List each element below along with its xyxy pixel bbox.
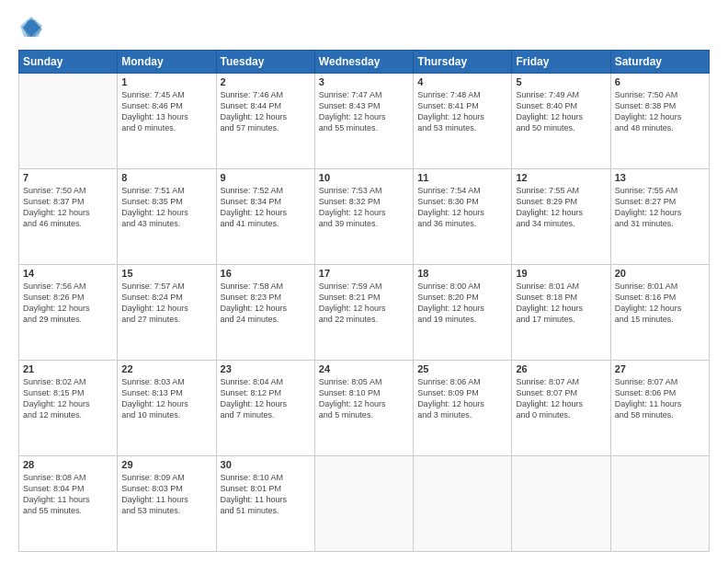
cell-info: Sunrise: 8:06 AM Sunset: 8:09 PM Dayligh… — [417, 376, 507, 421]
calendar-cell: 29Sunrise: 8:09 AM Sunset: 8:03 PM Dayli… — [118, 456, 216, 552]
day-number: 11 — [417, 172, 507, 183]
cell-info: Sunrise: 8:07 AM Sunset: 8:07 PM Dayligh… — [516, 376, 606, 421]
weekday-header-sunday: Sunday — [19, 51, 118, 74]
day-number: 13 — [615, 172, 705, 183]
logo-icon — [18, 15, 44, 40]
calendar-cell: 24Sunrise: 8:05 AM Sunset: 8:10 PM Dayli… — [314, 361, 413, 456]
calendar-cell: 22Sunrise: 8:03 AM Sunset: 8:13 PM Dayli… — [118, 361, 216, 456]
cell-info: Sunrise: 8:04 AM Sunset: 8:12 PM Dayligh… — [221, 376, 311, 421]
cell-info: Sunrise: 8:05 AM Sunset: 8:10 PM Dayligh… — [319, 376, 409, 421]
day-number: 16 — [221, 268, 311, 279]
day-number: 9 — [221, 172, 311, 183]
calendar-cell: 13Sunrise: 7:55 AM Sunset: 8:27 PM Dayli… — [610, 169, 709, 265]
calendar-week-3: 21Sunrise: 8:02 AM Sunset: 8:15 PM Dayli… — [19, 361, 710, 456]
day-number: 15 — [121, 268, 211, 279]
calendar-week-0: 1Sunrise: 7:45 AM Sunset: 8:46 PM Daylig… — [19, 74, 710, 169]
cell-info: Sunrise: 8:01 AM Sunset: 8:18 PM Dayligh… — [516, 281, 606, 326]
cell-info: Sunrise: 8:10 AM Sunset: 8:01 PM Dayligh… — [221, 472, 311, 517]
calendar-cell: 11Sunrise: 7:54 AM Sunset: 8:30 PM Dayli… — [414, 169, 512, 265]
weekday-header-thursday: Thursday — [414, 51, 512, 74]
cell-info: Sunrise: 7:50 AM Sunset: 8:38 PM Dayligh… — [615, 89, 705, 134]
cell-info: Sunrise: 7:52 AM Sunset: 8:34 PM Dayligh… — [221, 185, 311, 230]
calendar-cell: 18Sunrise: 8:00 AM Sunset: 8:20 PM Dayli… — [414, 265, 512, 361]
day-number: 6 — [615, 76, 705, 87]
cell-info: Sunrise: 7:45 AM Sunset: 8:46 PM Dayligh… — [121, 89, 211, 134]
day-number: 26 — [516, 363, 606, 374]
calendar-cell: 16Sunrise: 7:58 AM Sunset: 8:23 PM Dayli… — [216, 265, 314, 361]
cell-info: Sunrise: 7:51 AM Sunset: 8:35 PM Dayligh… — [121, 185, 211, 230]
weekday-header-row: SundayMondayTuesdayWednesdayThursdayFrid… — [19, 51, 710, 74]
cell-info: Sunrise: 7:49 AM Sunset: 8:40 PM Dayligh… — [516, 89, 606, 134]
day-number: 3 — [319, 76, 409, 87]
calendar-cell: 17Sunrise: 7:59 AM Sunset: 8:21 PM Dayli… — [314, 265, 413, 361]
day-number: 1 — [121, 76, 211, 87]
weekday-header-wednesday: Wednesday — [314, 51, 413, 74]
calendar-cell: 10Sunrise: 7:53 AM Sunset: 8:32 PM Dayli… — [314, 169, 413, 265]
day-number: 25 — [417, 363, 507, 374]
calendar-week-2: 14Sunrise: 7:56 AM Sunset: 8:26 PM Dayli… — [19, 265, 710, 361]
header — [18, 15, 710, 40]
day-number: 24 — [319, 363, 409, 374]
day-number: 23 — [221, 363, 311, 374]
cell-info: Sunrise: 8:09 AM Sunset: 8:03 PM Dayligh… — [121, 472, 211, 517]
cell-info: Sunrise: 7:46 AM Sunset: 8:44 PM Dayligh… — [221, 89, 311, 134]
day-number: 2 — [221, 76, 311, 87]
cell-info: Sunrise: 8:03 AM Sunset: 8:13 PM Dayligh… — [121, 376, 211, 421]
calendar-cell: 19Sunrise: 8:01 AM Sunset: 8:18 PM Dayli… — [512, 265, 610, 361]
svg-marker-2 — [24, 20, 42, 37]
day-number: 21 — [23, 363, 113, 374]
day-number: 30 — [221, 459, 311, 470]
cell-info: Sunrise: 7:55 AM Sunset: 8:27 PM Dayligh… — [615, 185, 705, 230]
weekday-header-tuesday: Tuesday — [216, 51, 314, 74]
day-number: 14 — [23, 268, 113, 279]
calendar-cell — [512, 456, 610, 552]
day-number: 18 — [417, 268, 507, 279]
calendar-cell: 12Sunrise: 7:55 AM Sunset: 8:29 PM Dayli… — [512, 169, 610, 265]
calendar-cell: 6Sunrise: 7:50 AM Sunset: 8:38 PM Daylig… — [610, 74, 709, 169]
calendar-cell: 14Sunrise: 7:56 AM Sunset: 8:26 PM Dayli… — [19, 265, 118, 361]
day-number: 8 — [121, 172, 211, 183]
cell-info: Sunrise: 7:54 AM Sunset: 8:30 PM Dayligh… — [417, 185, 507, 230]
cell-info: Sunrise: 7:55 AM Sunset: 8:29 PM Dayligh… — [516, 185, 606, 230]
calendar-cell: 23Sunrise: 8:04 AM Sunset: 8:12 PM Dayli… — [216, 361, 314, 456]
day-number: 5 — [516, 76, 606, 87]
cell-info: Sunrise: 7:48 AM Sunset: 8:41 PM Dayligh… — [417, 89, 507, 134]
logo — [18, 15, 48, 40]
calendar-cell: 27Sunrise: 8:07 AM Sunset: 8:06 PM Dayli… — [610, 361, 709, 456]
day-number: 10 — [319, 172, 409, 183]
cell-info: Sunrise: 7:47 AM Sunset: 8:43 PM Dayligh… — [319, 89, 409, 134]
weekday-header-friday: Friday — [512, 51, 610, 74]
calendar-cell: 30Sunrise: 8:10 AM Sunset: 8:01 PM Dayli… — [216, 456, 314, 552]
day-number: 12 — [516, 172, 606, 183]
calendar-cell: 3Sunrise: 7:47 AM Sunset: 8:43 PM Daylig… — [314, 74, 413, 169]
day-number: 17 — [319, 268, 409, 279]
cell-info: Sunrise: 7:56 AM Sunset: 8:26 PM Dayligh… — [23, 281, 113, 326]
cell-info: Sunrise: 8:08 AM Sunset: 8:04 PM Dayligh… — [23, 472, 113, 517]
calendar-cell: 26Sunrise: 8:07 AM Sunset: 8:07 PM Dayli… — [512, 361, 610, 456]
calendar-cell: 25Sunrise: 8:06 AM Sunset: 8:09 PM Dayli… — [414, 361, 512, 456]
calendar-cell: 21Sunrise: 8:02 AM Sunset: 8:15 PM Dayli… — [19, 361, 118, 456]
calendar-week-4: 28Sunrise: 8:08 AM Sunset: 8:04 PM Dayli… — [19, 456, 710, 552]
cell-info: Sunrise: 7:50 AM Sunset: 8:37 PM Dayligh… — [23, 185, 113, 230]
cell-info: Sunrise: 7:57 AM Sunset: 8:24 PM Dayligh… — [121, 281, 211, 326]
calendar-cell — [314, 456, 413, 552]
day-number: 20 — [615, 268, 705, 279]
calendar-cell: 5Sunrise: 7:49 AM Sunset: 8:40 PM Daylig… — [512, 74, 610, 169]
calendar-cell: 1Sunrise: 7:45 AM Sunset: 8:46 PM Daylig… — [118, 74, 216, 169]
calendar-cell: 4Sunrise: 7:48 AM Sunset: 8:41 PM Daylig… — [414, 74, 512, 169]
day-number: 19 — [516, 268, 606, 279]
cell-info: Sunrise: 7:53 AM Sunset: 8:32 PM Dayligh… — [319, 185, 409, 230]
weekday-header-monday: Monday — [118, 51, 216, 74]
weekday-header-saturday: Saturday — [610, 51, 709, 74]
day-number: 4 — [417, 76, 507, 87]
calendar-table: SundayMondayTuesdayWednesdayThursdayFrid… — [18, 50, 710, 552]
cell-info: Sunrise: 7:58 AM Sunset: 8:23 PM Dayligh… — [221, 281, 311, 326]
calendar-cell: 9Sunrise: 7:52 AM Sunset: 8:34 PM Daylig… — [216, 169, 314, 265]
day-number: 28 — [23, 459, 113, 470]
day-number: 29 — [121, 459, 211, 470]
calendar-cell: 15Sunrise: 7:57 AM Sunset: 8:24 PM Dayli… — [118, 265, 216, 361]
day-number: 22 — [121, 363, 211, 374]
calendar-week-1: 7Sunrise: 7:50 AM Sunset: 8:37 PM Daylig… — [19, 169, 710, 265]
page: SundayMondayTuesdayWednesdayThursdayFrid… — [0, 0, 728, 563]
calendar-cell — [19, 74, 118, 169]
